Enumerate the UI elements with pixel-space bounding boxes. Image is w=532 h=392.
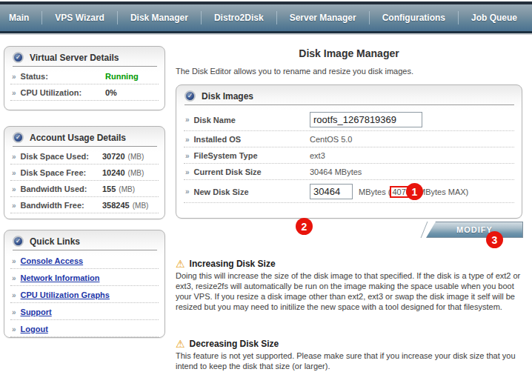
nav-separator: [41, 11, 42, 24]
nav-item-job-queue[interactable]: Job Queue: [459, 13, 530, 23]
support-link[interactable]: Support: [21, 308, 52, 316]
page-subtitle: The Disk Editor allows you to rename and…: [176, 67, 525, 76]
disk-name-input[interactable]: [310, 112, 422, 127]
arrow-bullet-icon: »: [12, 185, 16, 193]
panel-title: Account Usage Details: [30, 133, 126, 143]
arrow-bullet-icon: »: [12, 169, 16, 177]
nav-separator: [117, 11, 118, 24]
panel-badge-icon: ✓: [13, 236, 24, 247]
nav-separator: [369, 11, 370, 24]
arrow-bullet-icon: »: [12, 257, 16, 265]
disk-space-used-row: »Disk Space Used: 30720 (MB): [10, 148, 159, 165]
modify-button[interactable]: MODIFY: [426, 222, 523, 238]
panel-badge-icon: ✓: [13, 52, 24, 63]
cpu-utilization-row: »CPU Utilization: 0%: [10, 84, 159, 101]
decreasing-disk-size-text: This feature is not yet supported. Pleas…: [176, 351, 527, 371]
unit-suffix: MBytes MAX): [416, 187, 468, 196]
arrow-bullet-icon: »: [185, 116, 190, 124]
arrow-bullet-icon: »: [12, 308, 16, 316]
nav-separator: [201, 11, 202, 24]
installed-os-value: CentOS 5.0: [310, 135, 352, 144]
panel-title: Virtual Server Details: [30, 53, 119, 63]
status-value: Running: [105, 72, 139, 81]
arrow-bullet-icon: »: [12, 73, 16, 81]
arrow-bullet-icon: »: [185, 136, 190, 144]
nav-item-disk-manager[interactable]: Disk Manager: [118, 13, 201, 23]
list-item: » Logout: [10, 320, 159, 337]
nav-item-server-manager[interactable]: Server Manager: [277, 13, 369, 23]
status-label: Status:: [21, 72, 48, 81]
unit-label: (MB): [128, 153, 144, 161]
panel-header: ✓ Virtual Server Details: [13, 52, 157, 67]
warning-triangle-icon: ⚠: [176, 339, 185, 349]
cpu-utilization-graphs-link[interactable]: CPU Utilization Graphs: [21, 290, 110, 299]
arrow-bullet-icon: »: [185, 168, 190, 176]
panel-badge-icon: ✓: [13, 132, 24, 143]
increasing-disk-size-text: Doing this will increase the size of the…: [176, 270, 527, 312]
top-navbar: Main VPS Wizard Disk Manager Distro2Disk…: [0, 0, 532, 36]
check-icon: ✓: [187, 93, 193, 99]
disk-name-label: Disk Name: [194, 116, 236, 124]
current-disk-size-row: »Current Disk Size 30464 MBytes: [184, 164, 514, 180]
disk-name-row: »Disk Name: [184, 108, 514, 131]
arrow-bullet-icon: »: [12, 274, 16, 282]
cpu-utilization-label: CPU Utilization:: [21, 88, 82, 97]
increasing-disk-size-title: Increasing Disk Size: [190, 259, 276, 269]
status-row: »Status: Running: [10, 68, 159, 84]
panel-header: ✓ Account Usage Details: [13, 132, 157, 147]
installed-os-row: »Installed OS CentOS 5.0: [184, 131, 514, 147]
nav-separator: [458, 11, 459, 24]
arrow-bullet-icon: »: [185, 152, 190, 160]
increasing-disk-size-section: ⚠ Increasing Disk Size Doing this will i…: [176, 259, 527, 312]
arrow-bullet-icon: »: [12, 291, 16, 299]
panel-header: ✓ Quick Links: [13, 236, 157, 250]
annotation-circle-1: 1: [406, 183, 423, 200]
disk-space-free-label: Disk Space Free:: [21, 168, 87, 177]
network-information-link[interactable]: Network Information: [21, 273, 100, 282]
disk-space-free-row: »Disk Space Free: 10240 (MB): [10, 165, 159, 181]
nav-item-main[interactable]: Main: [0, 13, 41, 23]
new-disk-size-input[interactable]: [310, 184, 353, 199]
current-disk-size-value: 30464 MBytes: [310, 167, 362, 176]
check-icon: ✓: [16, 134, 21, 141]
logout-link[interactable]: Logout: [21, 325, 48, 333]
arrow-bullet-icon: »: [12, 202, 16, 210]
arrow-bullet-icon: »: [12, 325, 16, 333]
list-item: » Console Access: [10, 252, 159, 269]
decreasing-disk-size-section: ⚠ Decreasing Disk Size This feature is n…: [176, 339, 527, 371]
bandwidth-used-label: Bandwidth Used:: [21, 185, 87, 193]
bandwidth-free-value: 358245: [102, 201, 130, 210]
arrow-bullet-icon: »: [12, 153, 16, 161]
check-icon: ✓: [16, 238, 21, 245]
bandwidth-free-row: »Bandwidth Free: 358245 (MB): [10, 197, 159, 213]
nav-item-distro2disk[interactable]: Distro2Disk: [202, 13, 276, 23]
list-item: » CPU Utilization Graphs: [10, 286, 159, 303]
console-access-link[interactable]: Console Access: [21, 256, 84, 265]
new-disk-size-label: New Disk Size: [194, 187, 249, 196]
decreasing-disk-size-title: Decreasing Disk Size: [190, 339, 279, 349]
annotation-circle-3: 3: [486, 231, 503, 248]
vps-control-panel: { "ui": { "bullet": "\u00bb", "check_gly…: [0, 0, 532, 392]
annotation-circle-2: 2: [296, 218, 313, 235]
nav-item-vps-wizard[interactable]: VPS Wizard: [42, 13, 117, 23]
nav-item-configurations[interactable]: Configurations: [370, 13, 458, 23]
panel-badge-icon: ✓: [184, 90, 196, 102]
unit-prefix: MBytes (: [359, 187, 390, 196]
page-title: Disk Image Manager: [176, 47, 522, 59]
disk-space-used-label: Disk Space Used:: [21, 152, 89, 161]
bandwidth-used-value: 155: [102, 185, 116, 193]
list-item: » Network Information: [10, 269, 159, 286]
current-disk-size-label: Current Disk Size: [194, 167, 262, 176]
unit-label: (MB): [119, 185, 135, 193]
account-usage-panel: ✓ Account Usage Details »Disk Space Used…: [4, 126, 165, 219]
filesystem-type-row: »FileSystem Type ext3: [184, 147, 514, 164]
disk-images-panel: ✓ Disk Images »Disk Name »Installed OS C…: [176, 84, 522, 219]
check-icon: ✓: [16, 54, 21, 61]
disk-space-free-value: 10240: [102, 168, 125, 177]
navbar-menu: Main VPS Wizard Disk Manager Distro2Disk…: [0, 4, 532, 31]
unit-label: (MB): [133, 202, 149, 210]
installed-os-label: Installed OS: [194, 135, 242, 144]
new-disk-size-row: »New Disk Size MBytes (40704 MBytes MAX): [184, 180, 514, 203]
bandwidth-free-label: Bandwidth Free:: [21, 201, 84, 210]
filesystem-type-label: FileSystem Type: [194, 151, 258, 160]
